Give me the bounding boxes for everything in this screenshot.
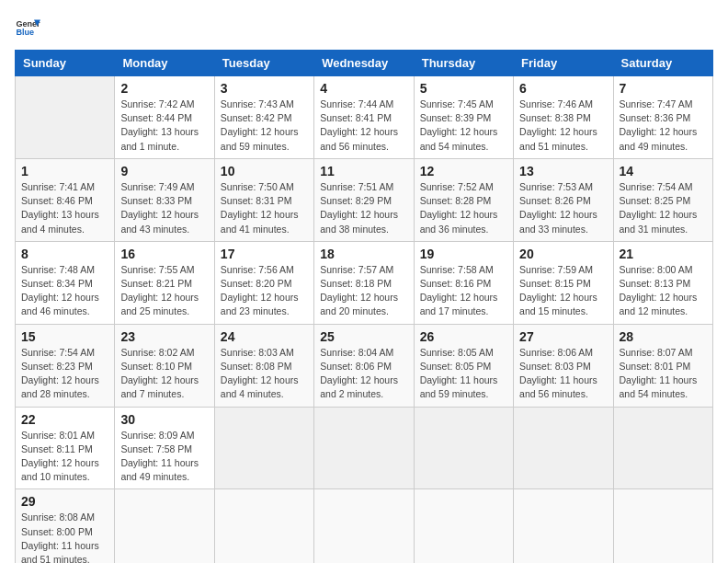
header-monday: Monday — [115, 51, 214, 76]
calendar-cell — [414, 489, 513, 563]
calendar-cell — [16, 76, 115, 159]
calendar-week-row: 22Sunrise: 8:01 AMSunset: 8:11 PMDayligh… — [16, 407, 713, 489]
day-info: Sunrise: 7:56 AMSunset: 8:20 PMDaylight:… — [221, 263, 308, 319]
calendar-cell: 8Sunrise: 7:48 AMSunset: 8:34 PMDaylight… — [16, 241, 115, 324]
day-number: 21 — [620, 247, 707, 261]
day-number: 25 — [320, 329, 407, 344]
logo-icon: General Blue — [15, 15, 40, 40]
calendar-cell: 18Sunrise: 7:57 AMSunset: 8:18 PMDayligh… — [314, 241, 414, 324]
day-info: Sunrise: 7:57 AMSunset: 8:18 PMDaylight:… — [320, 263, 407, 319]
day-number: 28 — [620, 329, 707, 344]
header-friday: Friday — [514, 51, 613, 76]
calendar-cell: 15Sunrise: 7:54 AMSunset: 8:23 PMDayligh… — [16, 324, 115, 407]
day-info: Sunrise: 7:51 AMSunset: 8:29 PMDaylight:… — [320, 180, 407, 236]
day-number: 3 — [221, 81, 308, 96]
calendar-cell: 21Sunrise: 8:00 AMSunset: 8:13 PMDayligh… — [613, 241, 712, 324]
calendar-cell: 1Sunrise: 7:41 AMSunset: 8:46 PMDaylight… — [16, 158, 115, 241]
calendar-cell — [115, 489, 214, 563]
calendar-cell — [214, 489, 313, 563]
calendar-cell: 30Sunrise: 8:09 AMSunset: 7:58 PMDayligh… — [115, 407, 214, 489]
calendar-week-row: 2Sunrise: 7:42 AMSunset: 8:44 PMDaylight… — [16, 76, 713, 159]
calendar-cell — [613, 489, 712, 563]
day-info: Sunrise: 7:47 AMSunset: 8:36 PMDaylight:… — [620, 98, 707, 154]
calendar-cell: 25Sunrise: 8:04 AMSunset: 8:06 PMDayligh… — [314, 324, 414, 407]
day-number: 27 — [519, 329, 607, 344]
calendar-cell: 17Sunrise: 7:56 AMSunset: 8:20 PMDayligh… — [214, 241, 313, 324]
day-info: Sunrise: 7:52 AMSunset: 8:28 PMDaylight:… — [420, 180, 507, 236]
calendar-table: SundayMondayTuesdayWednesdayThursdayFrid… — [15, 50, 713, 563]
calendar-cell: 22Sunrise: 8:01 AMSunset: 8:11 PMDayligh… — [16, 407, 115, 489]
logo: General Blue — [15, 15, 44, 40]
day-info: Sunrise: 8:01 AMSunset: 8:11 PMDaylight:… — [21, 429, 108, 485]
day-number: 7 — [620, 81, 707, 96]
day-info: Sunrise: 8:08 AMSunset: 8:00 PMDaylight:… — [21, 511, 108, 563]
day-info: Sunrise: 7:49 AMSunset: 8:33 PMDaylight:… — [120, 180, 208, 236]
calendar-week-row: 29Sunrise: 8:08 AMSunset: 8:00 PMDayligh… — [16, 489, 713, 563]
calendar-cell: 11Sunrise: 7:51 AMSunset: 8:29 PMDayligh… — [314, 158, 414, 241]
calendar-cell: 7Sunrise: 7:47 AMSunset: 8:36 PMDaylight… — [613, 76, 712, 159]
calendar-cell — [314, 489, 414, 563]
day-number: 8 — [21, 247, 108, 261]
calendar-cell: 14Sunrise: 7:54 AMSunset: 8:25 PMDayligh… — [613, 158, 712, 241]
calendar-cell — [414, 407, 513, 489]
calendar-cell — [514, 489, 613, 563]
day-number: 17 — [221, 247, 308, 261]
calendar-week-row: 8Sunrise: 7:48 AMSunset: 8:34 PMDaylight… — [16, 241, 713, 324]
day-info: Sunrise: 8:05 AMSunset: 8:05 PMDaylight:… — [420, 346, 507, 402]
calendar-week-row: 15Sunrise: 7:54 AMSunset: 8:23 PMDayligh… — [16, 324, 713, 407]
day-info: Sunrise: 8:09 AMSunset: 7:58 PMDaylight:… — [120, 429, 208, 485]
day-number: 24 — [221, 329, 308, 344]
day-number: 5 — [420, 81, 507, 96]
calendar-cell: 26Sunrise: 8:05 AMSunset: 8:05 PMDayligh… — [414, 324, 513, 407]
day-info: Sunrise: 7:46 AMSunset: 8:38 PMDaylight:… — [519, 98, 607, 154]
day-info: Sunrise: 7:59 AMSunset: 8:15 PMDaylight:… — [519, 263, 607, 319]
day-number: 19 — [420, 247, 507, 261]
day-number: 6 — [519, 81, 607, 96]
calendar-cell: 12Sunrise: 7:52 AMSunset: 8:28 PMDayligh… — [414, 158, 513, 241]
calendar-cell: 16Sunrise: 7:55 AMSunset: 8:21 PMDayligh… — [115, 241, 214, 324]
calendar-cell: 9Sunrise: 7:49 AMSunset: 8:33 PMDaylight… — [115, 158, 214, 241]
day-info: Sunrise: 7:53 AMSunset: 8:26 PMDaylight:… — [519, 180, 607, 236]
calendar-cell: 5Sunrise: 7:45 AMSunset: 8:39 PMDaylight… — [414, 76, 513, 159]
day-number: 2 — [120, 81, 208, 96]
day-info: Sunrise: 7:50 AMSunset: 8:31 PMDaylight:… — [221, 180, 308, 236]
calendar-cell: 27Sunrise: 8:06 AMSunset: 8:03 PMDayligh… — [514, 324, 613, 407]
calendar-cell: 13Sunrise: 7:53 AMSunset: 8:26 PMDayligh… — [514, 158, 613, 241]
day-info: Sunrise: 8:04 AMSunset: 8:06 PMDaylight:… — [320, 346, 407, 402]
calendar-cell: 20Sunrise: 7:59 AMSunset: 8:15 PMDayligh… — [514, 241, 613, 324]
day-info: Sunrise: 7:43 AMSunset: 8:42 PMDaylight:… — [221, 98, 308, 154]
calendar-cell — [314, 407, 414, 489]
day-number: 15 — [21, 329, 108, 344]
day-info: Sunrise: 7:44 AMSunset: 8:41 PMDaylight:… — [320, 98, 407, 154]
calendar-week-row: 1Sunrise: 7:41 AMSunset: 8:46 PMDaylight… — [16, 158, 713, 241]
header-thursday: Thursday — [414, 51, 513, 76]
header-saturday: Saturday — [613, 51, 712, 76]
calendar-cell: 23Sunrise: 8:02 AMSunset: 8:10 PMDayligh… — [115, 324, 214, 407]
header-tuesday: Tuesday — [214, 51, 313, 76]
svg-text:Blue: Blue — [16, 28, 34, 37]
day-number: 30 — [120, 412, 208, 427]
day-info: Sunrise: 7:58 AMSunset: 8:16 PMDaylight:… — [420, 263, 507, 319]
calendar-cell: 3Sunrise: 7:43 AMSunset: 8:42 PMDaylight… — [214, 76, 313, 159]
day-info: Sunrise: 7:48 AMSunset: 8:34 PMDaylight:… — [21, 263, 108, 319]
day-number: 26 — [420, 329, 507, 344]
day-number: 4 — [320, 81, 407, 96]
day-number: 9 — [120, 164, 208, 178]
day-info: Sunrise: 7:42 AMSunset: 8:44 PMDaylight:… — [120, 98, 208, 154]
day-number: 20 — [519, 247, 607, 261]
calendar-cell: 28Sunrise: 8:07 AMSunset: 8:01 PMDayligh… — [613, 324, 712, 407]
day-info: Sunrise: 7:54 AMSunset: 8:25 PMDaylight:… — [620, 180, 707, 236]
calendar-cell: 19Sunrise: 7:58 AMSunset: 8:16 PMDayligh… — [414, 241, 513, 324]
calendar-cell: 4Sunrise: 7:44 AMSunset: 8:41 PMDaylight… — [314, 76, 414, 159]
calendar-cell: 2Sunrise: 7:42 AMSunset: 8:44 PMDaylight… — [115, 76, 214, 159]
header-sunday: Sunday — [16, 51, 115, 76]
day-info: Sunrise: 8:06 AMSunset: 8:03 PMDaylight:… — [519, 346, 607, 402]
day-number: 11 — [320, 164, 407, 178]
header: General Blue — [15, 15, 713, 40]
day-info: Sunrise: 7:55 AMSunset: 8:21 PMDaylight:… — [120, 263, 208, 319]
calendar-cell: 29Sunrise: 8:08 AMSunset: 8:00 PMDayligh… — [16, 489, 115, 563]
day-number: 16 — [120, 247, 208, 261]
day-info: Sunrise: 7:41 AMSunset: 8:46 PMDaylight:… — [21, 180, 108, 236]
day-info: Sunrise: 8:03 AMSunset: 8:08 PMDaylight:… — [221, 346, 308, 402]
calendar-cell: 10Sunrise: 7:50 AMSunset: 8:31 PMDayligh… — [214, 158, 313, 241]
